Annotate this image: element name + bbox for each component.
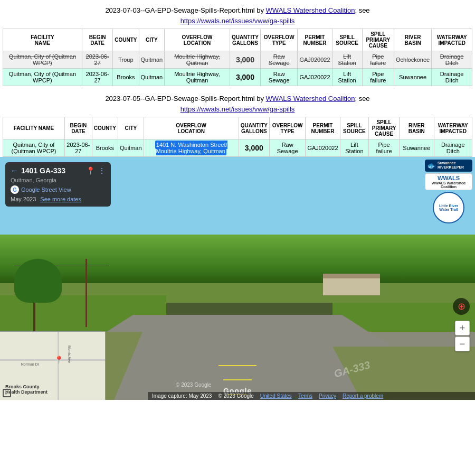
- suwannee-riverkeeper-logo: 🐟 Suwannee RIVERKEEPER: [425, 160, 472, 172]
- mini-map[interactable]: Morris Ave Norman Dr 📍 Brooks CountyHeal…: [0, 331, 106, 400]
- col-begin-date: BEGINDATE: [82, 29, 112, 51]
- table-cell: Raw Sewage: [260, 51, 297, 69]
- mini-map-road-label1: Morris Ave: [68, 346, 71, 363]
- header2-url-link[interactable]: https://wwals.net/issues/vww/ga-spills: [180, 105, 295, 113]
- zoom-out-button[interactable]: −: [455, 337, 470, 351]
- wwals-logo: WWALS WWALS Watershed Coalition: [425, 173, 472, 190]
- table-cell: Quitman, City of (Quitman WPCP): [3, 139, 65, 157]
- large-tree-left-canopy: [14, 259, 62, 303]
- privacy-link[interactable]: Privacy: [319, 393, 336, 399]
- table-cell: Lift Station: [332, 51, 362, 69]
- header2-text-after: ; see: [355, 95, 369, 102]
- expand-icon[interactable]: ⤢: [3, 389, 11, 397]
- table-cell: Lift Station: [332, 69, 362, 86]
- col-overflow-location: OVERFLOWLOCATION: [165, 29, 230, 51]
- table-cell: Brooks: [113, 69, 139, 86]
- table-cell: Quitman: [139, 51, 165, 69]
- overlay-street-view-row: G Google Street View: [11, 185, 106, 194]
- table1-container: FACILITYNAME BEGINDATE COUNTY CITY OVERF…: [0, 29, 475, 86]
- col2-spill-source: SPILLSOURCE: [340, 117, 369, 139]
- spills-table-1: FACILITYNAME BEGINDATE COUNTY CITY OVERF…: [3, 29, 472, 86]
- col-spill-primary-cause: SPILLPRIMARYCAUSE: [362, 29, 394, 51]
- table-cell: Pipe failure: [369, 139, 400, 157]
- col2-county: COUNTY: [92, 117, 118, 139]
- col-city: CITY: [139, 29, 165, 51]
- overlay-location-icon[interactable]: 📍: [86, 166, 95, 175]
- table-cell: 2023-06-27: [82, 69, 112, 86]
- report-header-1: 2023-07-03--GA-EPD-Sewage-Spills-Report.…: [0, 0, 475, 29]
- little-river-text: Little River Water Trail: [434, 204, 463, 211]
- map-area[interactable]: GA-333 ← 1401 GA-333 📍 ⋮ Quitman, Georgi…: [0, 157, 475, 400]
- wwals-text: WWALS: [428, 175, 470, 181]
- trees-background: [0, 235, 475, 283]
- power-pole: [86, 259, 87, 327]
- table-cell: Troup: [113, 51, 139, 69]
- table-cell: Quitman: [139, 69, 165, 86]
- mini-map-road-h: [0, 359, 105, 361]
- col2-spill-primary-cause: SPILLPRIMARYCAUSE: [369, 117, 400, 139]
- table-cell: GAJ020022: [306, 139, 340, 157]
- little-river-logo: Little River Water Trail: [425, 192, 472, 223]
- mini-map-road-label2: Norman Dr: [21, 362, 39, 366]
- col2-overflow-location: OVERFLOWLOCATION: [144, 117, 239, 139]
- center-line-2: [223, 379, 252, 380]
- image-capture-text: Image capture: May 2023: [152, 393, 212, 399]
- table-row: Quitman, City of (Quitman WPCP)2023-06-2…: [3, 51, 472, 69]
- zoom-controls: + −: [455, 321, 470, 351]
- col-quantity-gallons: QUANTITYGALLONS: [230, 29, 260, 51]
- location-pin: 📍: [54, 356, 63, 364]
- united-states-link[interactable]: United States: [260, 393, 292, 399]
- header2-text-before: 2023-07-05--GA-EPD-Sewage-Spills-Report.…: [105, 95, 265, 102]
- see-more-dates[interactable]: See more dates: [40, 196, 81, 202]
- table-cell: Quitman, City of (Quitman WPCP): [3, 69, 82, 86]
- zoom-in-button[interactable]: +: [455, 321, 470, 335]
- table-cell: Drainage Ditch: [432, 69, 472, 86]
- spills-table-2: FACILITY NAME BEGINDATE COUNTY CITY OVER…: [3, 117, 472, 157]
- col2-facility-name: FACILITY NAME: [3, 117, 65, 139]
- back-arrow-icon[interactable]: ←: [11, 166, 18, 175]
- table-cell: 2023-06-27: [64, 139, 92, 157]
- highlighted-location: 1401 N. Washington Street/ Moultrie High…: [155, 141, 227, 155]
- table-cell: 3,000: [230, 51, 260, 69]
- overlay-city: Quitman, Georgia: [11, 177, 106, 183]
- col-facility-name: FACILITYNAME: [3, 29, 82, 51]
- map-copyright-text: © 2023 Google: [176, 382, 211, 388]
- table-cell: Quitman: [118, 139, 144, 157]
- table-cell: Pipe failure: [362, 69, 394, 86]
- table-cell: 2023-06-27: [82, 51, 112, 69]
- col2-overflow-type: OVERFLOWTYPE: [269, 117, 306, 139]
- header1-link[interactable]: WWALS Watershed Coalition: [266, 6, 355, 14]
- street-view-label[interactable]: Google Street View: [21, 186, 71, 193]
- compass-icon: ⊕: [458, 301, 466, 312]
- header1-url-link[interactable]: https://wwals.net/issues/vww/ga-spills: [180, 17, 295, 25]
- table-cell: Lift Station: [340, 139, 369, 157]
- table-row: Quitman, City of (Quitman WPCP)2023-06-2…: [3, 139, 472, 157]
- table-cell: Quitman, City of (Quitman WPCP): [3, 51, 82, 69]
- header2-link[interactable]: WWALS Watershed Coalition: [266, 95, 355, 102]
- compass-rose[interactable]: ⊕: [453, 298, 470, 315]
- header1-text-after: ; see: [355, 6, 369, 14]
- table-cell: 3,000: [239, 139, 269, 157]
- overlay-menu-icon[interactable]: ⋮: [98, 166, 106, 175]
- building-bg: [323, 278, 380, 295]
- col2-river-basin: RIVER BASIN: [399, 117, 434, 139]
- col2-city: CITY: [118, 117, 144, 139]
- terms-link[interactable]: Terms: [298, 393, 312, 399]
- table2-container: FACILITY NAME BEGINDATE COUNTY CITY OVER…: [0, 117, 475, 157]
- report-header-2: 2023-07-05--GA-EPD-Sewage-Spills-Report.…: [0, 88, 475, 117]
- table-cell: Drainage Ditch: [434, 139, 472, 157]
- overlay-date-row: May 2023 See more dates: [11, 196, 106, 202]
- col-county: COUNTY: [113, 29, 139, 51]
- wwals-subtext: WWALS Watershed Coalition: [428, 181, 470, 189]
- overlay-header-row: ← 1401 GA-333 📍 ⋮: [11, 166, 106, 175]
- table-cell: Drainage Ditch: [432, 51, 472, 69]
- table-cell: 1401 N. Washington Street/ Moultrie High…: [144, 139, 239, 157]
- overlay-address-title: 1401 GA-333: [21, 166, 65, 175]
- table-cell: Raw Sewage: [269, 139, 306, 157]
- report-problem-link[interactable]: Report a problem: [343, 393, 383, 399]
- col2-waterway-impacted: WATERWAYIMPACTED: [434, 117, 472, 139]
- table-cell: Moultrie Highway, Quitman: [165, 51, 230, 69]
- col-waterway-impacted: WATERWAYIMPACTED: [432, 29, 472, 51]
- suwannee-text: Suwannee RIVERKEEPER: [438, 161, 470, 170]
- fish-icon: 🐟: [427, 161, 436, 170]
